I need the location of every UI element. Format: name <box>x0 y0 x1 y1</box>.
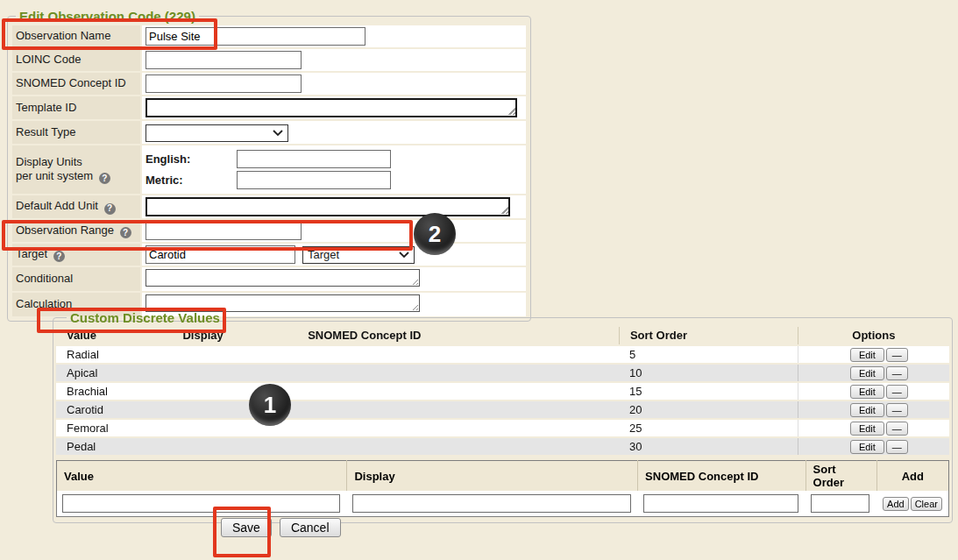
chevron-down-icon <box>273 130 283 137</box>
cell-display <box>172 383 297 400</box>
cell-value: Radial <box>56 346 172 363</box>
remove-button[interactable]: — <box>886 385 908 399</box>
page: Edit Observation Code (229) Observation … <box>0 0 958 560</box>
cell-snomed <box>297 401 619 418</box>
discrete-values-table: Value Display SNOMED Concept ID Sort Ord… <box>56 325 949 457</box>
table-row: Apical 10 Edit— <box>56 365 949 381</box>
snomed-concept-id-label: SNOMED Concept ID <box>12 73 140 95</box>
cell-value: Apical <box>56 365 172 381</box>
cell-value: Brachial <box>56 383 172 400</box>
help-icon[interactable]: ? <box>99 173 110 184</box>
column-header-options: Options <box>798 327 949 344</box>
save-button[interactable]: Save <box>221 518 272 537</box>
cell-sort-order: 15 <box>619 383 798 400</box>
cell-display <box>172 401 297 418</box>
metric-units-input[interactable] <box>237 171 391 189</box>
default-add-unit-label: Default Add Unit ? <box>12 195 140 218</box>
cell-sort-order: 20 <box>619 401 798 418</box>
target-select[interactable]: Target <box>302 246 415 264</box>
metric-units-label: Metric: <box>145 174 233 187</box>
remove-button[interactable]: — <box>886 422 908 436</box>
add-row-inputs: AddClear <box>57 491 949 517</box>
display-units-label: Display Units per unit system ? <box>12 145 140 194</box>
cancel-button[interactable]: Cancel <box>280 518 341 537</box>
table-row: Pedal 30 Edit— <box>56 438 949 455</box>
default-add-unit-input[interactable] <box>145 197 510 216</box>
remove-button[interactable]: — <box>886 348 908 362</box>
edit-button[interactable]: Edit <box>850 366 884 380</box>
result-type-select[interactable] <box>145 124 288 142</box>
edit-button[interactable]: Edit <box>850 385 884 399</box>
loinc-code-input[interactable] <box>145 51 302 69</box>
calculation-textarea[interactable] <box>145 294 420 312</box>
remove-button[interactable]: — <box>886 403 908 417</box>
cell-sort-order: 30 <box>619 438 798 455</box>
edit-button[interactable]: Edit <box>850 422 884 436</box>
cell-sort-order: 10 <box>619 365 798 381</box>
cell-value: Femoral <box>56 420 172 436</box>
edit-button[interactable]: Edit <box>850 440 884 454</box>
cell-display <box>172 346 297 363</box>
chevron-down-icon <box>399 252 409 259</box>
observation-name-input[interactable] <box>145 27 365 46</box>
column-header-snomed: SNOMED Concept ID <box>297 327 619 344</box>
cell-display <box>172 438 297 455</box>
custom-discrete-values-title: Custom Discrete Values <box>67 310 224 325</box>
conditional-label: Conditional <box>12 267 140 291</box>
add-column-header-add: Add <box>876 461 948 492</box>
result-type-row: Result Type <box>12 121 526 144</box>
remove-button[interactable]: — <box>886 366 908 380</box>
cell-snomed <box>297 420 619 436</box>
snomed-concept-id-input[interactable] <box>145 74 302 93</box>
table-row: Femoral 25 Edit— <box>56 420 949 436</box>
remove-button[interactable]: — <box>886 440 908 454</box>
add-button[interactable]: Add <box>883 497 909 511</box>
english-units-label: English: <box>145 152 233 166</box>
template-id-label: Template ID <box>12 96 140 119</box>
cell-display <box>172 365 297 381</box>
add-value-input[interactable] <box>62 494 340 513</box>
form-actions: SaveCancel <box>221 518 349 537</box>
column-header-display: Display <box>172 327 297 344</box>
cell-snomed <box>297 383 619 400</box>
add-column-header-snomed: SNOMED Concept ID <box>638 461 806 492</box>
edit-form-table: Observation Name LOINC Code SNOMED Conce… <box>11 24 528 318</box>
target-label: Target ? <box>12 244 140 266</box>
loinc-code-label: LOINC Code <box>12 49 140 71</box>
cell-value: Carotid <box>56 401 172 418</box>
clear-button[interactable]: Clear <box>911 497 942 511</box>
edit-observation-code-section: Edit Observation Code (229) Observation … <box>7 9 531 322</box>
help-icon[interactable]: ? <box>120 227 131 238</box>
cell-sort-order: 5 <box>619 346 798 363</box>
template-id-row: Template ID <box>12 96 526 119</box>
observation-name-row: Observation Name <box>12 25 526 47</box>
table-row: Carotid 20 Edit— <box>56 401 949 418</box>
add-discrete-value-table: Value Display SNOMED Concept ID Sort Ord… <box>56 460 949 517</box>
conditional-textarea[interactable] <box>145 269 420 287</box>
add-column-header-sort-order: Sort Order <box>805 461 876 492</box>
target-input[interactable] <box>145 245 295 264</box>
discrete-values-header-row: Value Display SNOMED Concept ID Sort Ord… <box>56 327 949 344</box>
cell-value: Pedal <box>56 438 172 455</box>
edit-observation-code-title: Edit Observation Code (229) <box>16 9 199 24</box>
default-add-unit-row: Default Add Unit ? <box>12 195 526 218</box>
edit-button[interactable]: Edit <box>850 348 884 362</box>
add-snomed-input[interactable] <box>643 494 799 513</box>
add-display-input[interactable] <box>352 494 631 513</box>
english-units-input[interactable] <box>237 150 391 168</box>
help-icon[interactable]: ? <box>104 203 116 215</box>
template-id-input[interactable] <box>145 98 517 117</box>
cell-sort-order: 25 <box>619 420 798 436</box>
observation-name-label: Observation Name <box>12 25 140 47</box>
observation-range-label: Observation Range ? <box>12 220 140 242</box>
help-icon[interactable]: ? <box>53 251 65 262</box>
add-sort-order-input[interactable] <box>811 494 869 513</box>
target-selected-value: Target <box>308 248 339 261</box>
snomed-concept-id-row: SNOMED Concept ID <box>12 73 526 95</box>
edit-button[interactable]: Edit <box>850 403 884 417</box>
cell-display <box>172 420 297 436</box>
observation-range-input[interactable] <box>145 222 302 240</box>
conditional-row: Conditional <box>12 267 526 291</box>
result-type-label: Result Type <box>12 121 140 144</box>
column-header-value: Value <box>56 327 172 344</box>
